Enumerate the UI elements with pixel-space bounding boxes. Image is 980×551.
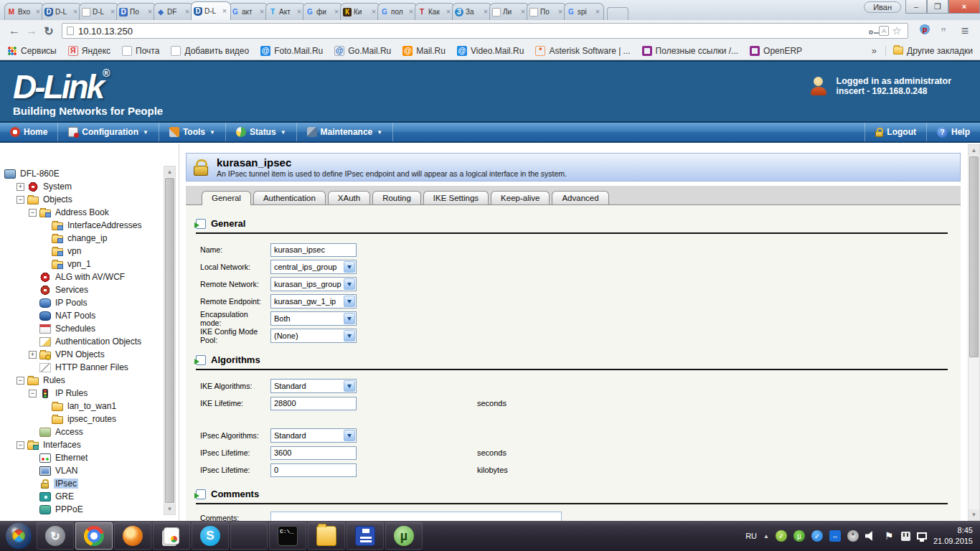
dropdown-arrow-icon[interactable] [344, 330, 355, 342]
tab-close-icon[interactable]: × [407, 8, 415, 16]
ike-algorithms-select[interactable]: Standard [270, 379, 357, 393]
browser-tab[interactable]: MВхо× [4, 3, 44, 20]
browser-tab[interactable]: Gпол× [377, 3, 418, 20]
tab-ike-settings[interactable]: IKE Settings [423, 191, 489, 204]
browser-tab[interactable]: По× [527, 3, 567, 20]
bookmark-item[interactable]: @Foto.Mail.Ru [260, 46, 323, 56]
browser-tab[interactable]: Gакт× [228, 3, 268, 20]
ipsec-lifetime-seconds-input[interactable] [270, 446, 357, 460]
tray-green-check-icon[interactable]: ✓ [776, 530, 787, 542]
tree-item-dfl-860e[interactable]: DFL-860E [4, 167, 159, 180]
taskbar-app-firefox[interactable] [114, 522, 151, 550]
tab-close-icon[interactable]: × [72, 8, 79, 16]
pdf-extension-icon[interactable]: P [917, 23, 933, 39]
tab-keep-alive[interactable]: Keep-alive [491, 191, 550, 204]
browser-tab[interactable]: ЗЗа× [452, 3, 492, 20]
bookmark-item[interactable]: ЯЯндекс [68, 46, 110, 56]
taskbar-app-pages[interactable] [153, 522, 190, 550]
tab-close-icon[interactable]: × [370, 8, 377, 16]
nav-item-maintenance[interactable]: Maintenance▼ [297, 123, 394, 141]
tree-item-services[interactable]: Services [4, 283, 159, 296]
tray-plugin-icon[interactable]: * [847, 530, 859, 542]
tree-item-nat-pools[interactable]: NAT Pools [4, 309, 159, 322]
tree-item-vlan[interactable]: VLAN [4, 464, 159, 477]
remote-endpoint-select[interactable]: kurasan_gw_1_ip [270, 294, 357, 309]
tree-item-vpn[interactable]: vpn [4, 245, 159, 258]
tab-close-icon[interactable]: × [221, 7, 228, 15]
tab-close-icon[interactable]: × [482, 8, 489, 16]
nav-item-tools[interactable]: Tools▼ [159, 123, 226, 141]
tab-close-icon[interactable]: × [296, 8, 303, 16]
menu-icon[interactable]: ≡ [956, 24, 974, 39]
tab-general[interactable]: General [202, 191, 251, 205]
back-button[interactable]: ← [6, 22, 23, 39]
translate-icon[interactable]: A [879, 26, 889, 36]
tree-item-ipsec[interactable]: IPsec [4, 477, 159, 490]
tab-close-icon[interactable]: × [109, 8, 116, 16]
browser-tab[interactable]: Gфи× [303, 3, 343, 20]
reload-button[interactable]: ↻ [40, 22, 57, 39]
tree-item-vpn-objects[interactable]: +VPN Objects [4, 348, 159, 361]
browser-tab[interactable]: Gspi× [564, 3, 604, 20]
tray-network-icon[interactable] [917, 532, 927, 540]
comments-textarea[interactable] [270, 512, 562, 521]
sidebar-scrollbar-thumb[interactable] [165, 178, 174, 503]
other-bookmarks[interactable]: Другие закладки [885, 46, 973, 56]
nav-item-home[interactable]: Home [0, 123, 58, 141]
tray-teamviewer-icon[interactable]: ↔ [829, 530, 841, 542]
minimize-button[interactable]: – [905, 0, 927, 14]
tree-item-vpn-1[interactable]: vpn_1 [4, 258, 159, 270]
browser-tab[interactable]: ККи× [340, 3, 380, 20]
tree-expander-icon[interactable]: + [17, 183, 24, 191]
taskbar-app-control-panel[interactable] [230, 522, 268, 550]
new-tab-button[interactable] [607, 7, 628, 20]
tab-close-icon[interactable]: × [333, 8, 340, 16]
bookmark-item[interactable]: @Go.Mail.Ru [334, 46, 391, 56]
bookmark-star-icon[interactable]: ☆ [890, 24, 903, 37]
tree-item-authentication-objects[interactable]: Authentication Objects [4, 335, 159, 348]
sidebar-scrollbar[interactable]: ▲ ▼ [164, 166, 176, 515]
language-indicator[interactable]: RU [745, 532, 757, 540]
browser-tab[interactable]: DПо× [116, 3, 156, 20]
dropdown-arrow-icon[interactable] [344, 261, 355, 273]
dropdown-arrow-icon[interactable] [344, 430, 355, 441]
bookmark-item[interactable]: Добавить видео [171, 46, 249, 56]
tree-item-gre[interactable]: GRE [4, 490, 159, 503]
content-scrollbar[interactable]: ▲ ▼ [968, 144, 980, 521]
tree-item-rules[interactable]: −Rules [4, 374, 159, 387]
tree-expander-icon[interactable]: − [17, 441, 24, 449]
scroll-down-icon[interactable]: ▼ [164, 504, 175, 514]
browser-tab[interactable]: Ли× [489, 3, 529, 20]
bookmarks-overflow[interactable]: » [872, 45, 877, 56]
taskbar-app-skype[interactable]: S [192, 522, 229, 550]
scroll-up-icon[interactable]: ▲ [969, 145, 979, 156]
tray-expand-icon[interactable]: ▲ [763, 533, 769, 540]
dropdown-arrow-icon[interactable] [344, 278, 355, 290]
tab-close-icon[interactable]: × [519, 8, 527, 16]
bookmark-item[interactable]: *Asterisk Software | ... [535, 46, 630, 56]
tree-item-objects[interactable]: −Objects [4, 193, 159, 206]
forward-button[interactable]: → [23, 22, 40, 39]
ike-lifetime-input[interactable] [270, 397, 357, 410]
local-network-select[interactable]: central_ips_group [270, 260, 357, 274]
tree-item-change-ip[interactable]: change_ip [4, 232, 159, 245]
tab-close-icon[interactable]: × [34, 8, 42, 16]
tree-item-ethernet[interactable]: Ethernet [4, 451, 159, 464]
tray-blue-check-icon[interactable]: ✓ [811, 530, 823, 542]
help-button[interactable]: ?Help [926, 123, 980, 141]
tab-close-icon[interactable]: × [557, 8, 564, 16]
browser-tab[interactable]: DD-L× [42, 3, 82, 20]
tab-close-icon[interactable]: × [146, 8, 154, 16]
bookmark-item[interactable]: @Mail.Ru [402, 46, 446, 56]
taskbar-app-utorrent[interactable]: µ [385, 522, 423, 550]
tree-expander-icon[interactable]: + [29, 351, 37, 359]
scroll-up-icon[interactable]: ▲ [164, 166, 175, 177]
taskbar-app-backup[interactable]: ↻ [37, 522, 74, 550]
logout-button[interactable]: Logout [864, 123, 926, 141]
encapsulation-mode-select[interactable]: Both [270, 311, 357, 326]
tree-item-pppoe[interactable]: PPPoE [4, 503, 159, 516]
bookmark-item[interactable]: @Video.Mail.Ru [457, 46, 524, 56]
taskbar-app-floppy[interactable] [347, 522, 384, 550]
remote-network-select[interactable]: kurasan_ips_group [270, 277, 357, 291]
tree-item-ip-pools[interactable]: IP Pools [4, 296, 159, 309]
